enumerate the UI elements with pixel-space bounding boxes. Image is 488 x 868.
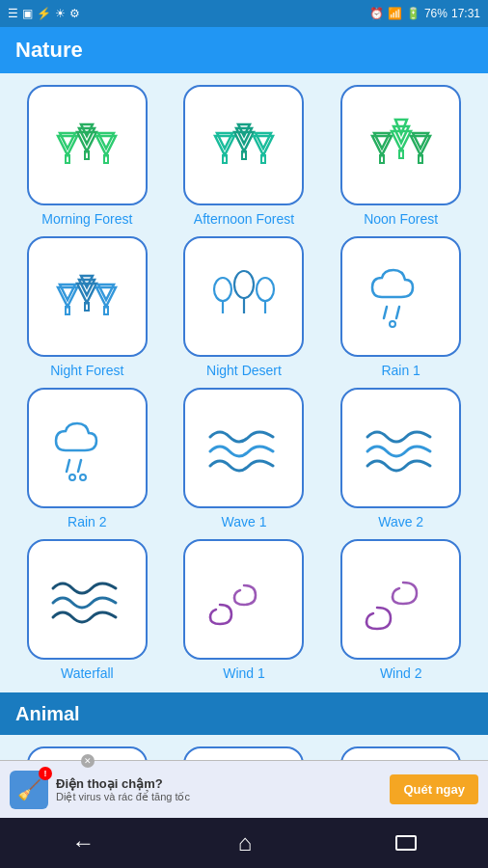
morning-forest-box[interactable] [27, 85, 148, 205]
back-button[interactable]: ← [71, 829, 95, 856]
night-desert-label: Night Desert [206, 363, 282, 378]
waterfall-box[interactable] [27, 539, 148, 660]
wind-1-box[interactable] [183, 539, 304, 660]
ad-close-area: ✕ [81, 754, 95, 768]
wind-1-item[interactable]: Wind 1 [171, 539, 318, 681]
waterfall-item[interactable]: Waterfall [14, 539, 161, 681]
status-bar: ☰ ▣ ⚡ ☀ ⚙ ⏰ 📶 🔋 76% 17:31 [0, 0, 488, 27]
ad-subtitle: Diệt virus và rác để tăng tốc [56, 791, 382, 803]
broom-icon: 🧹 [17, 778, 41, 801]
status-left-icons: ☰ ▣ ⚡ ☀ ⚙ [8, 7, 80, 20]
wave-2-icon [363, 410, 440, 487]
ad-banner: 🧹 ! Điện thoại chậm? Diệt virus và rác đ… [0, 760, 488, 818]
menu-icon: ☰ [8, 7, 18, 20]
wave-2-label: Wave 2 [378, 514, 423, 529]
svg-line-22 [78, 460, 81, 472]
nature-section-content: Morning Forest [0, 73, 488, 692]
wind-2-icon [363, 561, 440, 638]
svg-point-12 [214, 278, 231, 301]
bottom-nav: ← ⌂ [0, 818, 488, 868]
wind-2-box[interactable] [340, 539, 461, 660]
wave-1-item[interactable]: Wave 1 [171, 388, 318, 529]
settings-icon: ⚙ [69, 7, 80, 20]
rain-2-item[interactable]: Rain 2 [14, 388, 161, 529]
sim-icon: ▣ [22, 7, 33, 20]
night-forest-icon [48, 258, 125, 336]
ad-title: Điện thoại chậm? [56, 776, 382, 791]
app-title: Nature [15, 38, 83, 63]
nature-grid: Morning Forest [8, 85, 480, 681]
wind-2-item[interactable]: Wind 2 [327, 539, 474, 681]
ad-button[interactable]: Quét ngay [390, 774, 478, 804]
night-desert-icon [205, 258, 283, 336]
animal-section-header: Animal [0, 692, 488, 735]
waterfall-icon [48, 561, 125, 638]
wifi-icon: 📶 [388, 7, 402, 20]
wind-1-label: Wind 1 [223, 665, 265, 681]
time: 17:31 [451, 7, 480, 20]
wave-1-icon [205, 410, 283, 487]
svg-line-19 [396, 307, 399, 318]
rain-2-icon [48, 410, 125, 487]
battery-icon: 🔋 [406, 7, 420, 20]
alarm-icon: ⏰ [369, 7, 384, 20]
rain-2-box[interactable] [27, 388, 148, 508]
wave-1-label: Wave 1 [222, 514, 267, 529]
waterfall-label: Waterfall [61, 665, 114, 681]
usb-icon: ⚡ [37, 7, 51, 20]
morning-forest-item[interactable]: Morning Forest [14, 85, 161, 227]
animal-section-title: Animal [15, 703, 80, 725]
rain-1-label: Rain 1 [381, 363, 420, 378]
main-scroll[interactable]: Morning Forest [0, 73, 488, 818]
svg-point-20 [390, 321, 395, 327]
afternoon-forest-label: Afternoon Forest [194, 211, 294, 227]
rain-1-box[interactable] [340, 236, 461, 357]
noon-forest-label: Noon Forest [364, 211, 438, 227]
night-forest-label: Night Forest [50, 363, 123, 378]
night-desert-item[interactable]: Night Desert [171, 236, 318, 378]
svg-point-16 [257, 278, 274, 301]
night-desert-box[interactable] [183, 236, 304, 357]
svg-line-21 [67, 460, 69, 472]
afternoon-forest-item[interactable]: Afternoon Forest [171, 85, 318, 227]
morning-forest-label: Morning Forest [41, 211, 132, 227]
morning-forest-icon [48, 107, 125, 184]
brightness-icon: ☀ [55, 7, 66, 20]
svg-point-24 [80, 475, 86, 480]
night-forest-box[interactable] [27, 236, 148, 357]
noon-forest-item[interactable]: Noon Forest [327, 85, 474, 227]
svg-line-18 [384, 307, 387, 318]
ad-icon-container: 🧹 ! [10, 771, 48, 809]
afternoon-forest-icon [205, 107, 283, 184]
status-right-icons: ⏰ 📶 🔋 76% 17:31 [369, 7, 480, 20]
wind-1-icon [205, 561, 283, 638]
svg-point-14 [234, 271, 254, 298]
recent-apps-button[interactable] [395, 835, 417, 851]
ad-notification-badge: ! [39, 767, 52, 780]
ad-close-button[interactable]: ✕ [81, 754, 95, 768]
app-header: Nature [0, 27, 488, 73]
rain-1-item[interactable]: Rain 1 [327, 236, 474, 378]
home-button[interactable]: ⌂ [238, 829, 253, 856]
svg-point-23 [69, 475, 75, 480]
afternoon-forest-box[interactable] [183, 85, 304, 205]
night-forest-item[interactable]: Night Forest [14, 236, 161, 378]
ad-text-container: Điện thoại chậm? Diệt virus và rác để tă… [56, 776, 382, 803]
battery-percent: 76% [424, 7, 447, 20]
wind-2-label: Wind 2 [380, 665, 422, 681]
noon-forest-box[interactable] [340, 85, 461, 205]
rain-1-icon [363, 258, 440, 336]
wave-2-item[interactable]: Wave 2 [327, 388, 474, 529]
rain-2-label: Rain 2 [68, 514, 106, 529]
wave-2-box[interactable] [340, 388, 461, 508]
wave-1-box[interactable] [183, 388, 304, 508]
noon-forest-icon [363, 107, 440, 184]
